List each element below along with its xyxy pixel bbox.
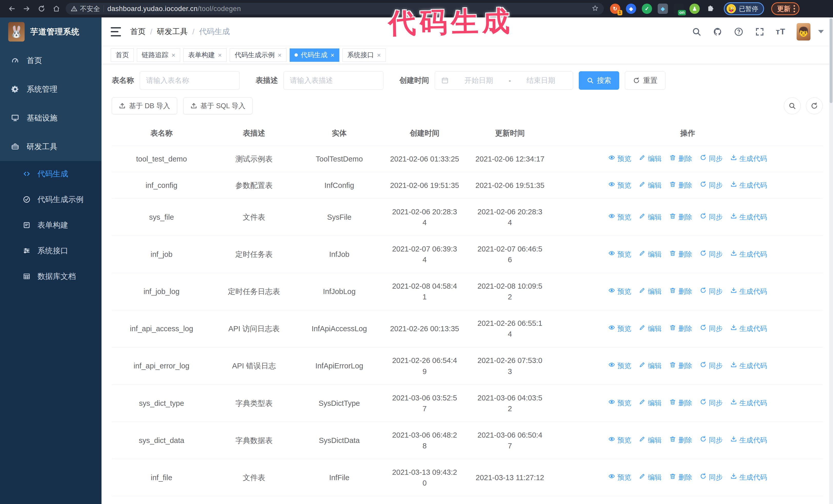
search-icon[interactable] — [692, 27, 701, 37]
sync-action[interactable]: 同步 — [700, 361, 722, 371]
extension-tile-icon[interactable]: ◆ — [658, 4, 668, 14]
import-sql-button[interactable]: 基于 SQL 导入 — [183, 97, 253, 114]
browser-home-icon[interactable] — [51, 3, 62, 14]
delete-action[interactable]: 删除 — [669, 324, 692, 334]
sync-action[interactable]: 同步 — [700, 212, 722, 222]
delete-action[interactable]: 删除 — [669, 435, 692, 445]
delete-action[interactable]: 删除 — [669, 473, 692, 482]
close-icon[interactable]: × — [377, 52, 381, 58]
sidebar-item-代码生成[interactable]: 代码生成 — [0, 161, 101, 187]
delete-action[interactable]: 删除 — [669, 212, 692, 222]
generate-code-action[interactable]: 生成代码 — [730, 361, 767, 371]
preview-action[interactable]: 预览 — [608, 249, 631, 259]
browser-back-icon[interactable] — [6, 3, 18, 14]
github-icon[interactable] — [713, 27, 722, 37]
edit-action[interactable]: 编辑 — [639, 181, 662, 190]
tab-代码生成[interactable]: 代码生成 × — [290, 48, 339, 62]
sidebar-item-代码生成示例[interactable]: 代码生成示例 — [0, 187, 101, 212]
sidebar-item-系统接口[interactable]: 系统接口 — [0, 238, 101, 264]
generate-code-action[interactable]: 生成代码 — [730, 249, 767, 259]
extension-dark-icon[interactable]: on — [673, 4, 684, 14]
sync-action[interactable]: 同步 — [700, 181, 722, 190]
delete-action[interactable]: 删除 — [669, 154, 692, 164]
tab-链路追踪[interactable]: 链路追踪 × — [137, 48, 180, 62]
generate-code-action[interactable]: 生成代码 — [730, 287, 767, 296]
preview-action[interactable]: 预览 — [608, 324, 631, 334]
sidebar-item-表单构建[interactable]: 表单构建 — [0, 212, 101, 238]
delete-action[interactable]: 删除 — [669, 249, 692, 259]
edit-action[interactable]: 编辑 — [639, 212, 662, 222]
end-date-placeholder[interactable]: 结束日期 — [515, 76, 567, 86]
refresh-table-button[interactable] — [806, 97, 823, 114]
edit-action[interactable]: 编辑 — [639, 398, 662, 408]
generate-code-action[interactable]: 生成代码 — [730, 473, 767, 482]
close-icon[interactable]: × — [218, 52, 222, 58]
import-db-button[interactable]: 基于 DB 导入 — [112, 97, 177, 114]
breadcrumb-home[interactable]: 首页 — [130, 26, 146, 37]
edit-action[interactable]: 编辑 — [639, 154, 662, 164]
preview-action[interactable]: 预览 — [608, 361, 631, 371]
preview-action[interactable]: 预览 — [608, 473, 631, 482]
close-icon[interactable]: × — [278, 52, 281, 58]
table-desc-input[interactable] — [284, 71, 383, 90]
tab-表单构建[interactable]: 表单构建 × — [183, 48, 227, 62]
preview-action[interactable]: 预览 — [608, 435, 631, 445]
sidebar-item-基础设施[interactable]: 基础设施 — [0, 103, 101, 132]
browser-menu-icon[interactable] — [793, 5, 795, 12]
generate-code-action[interactable]: 生成代码 — [730, 435, 767, 445]
breadcrumb-devtools[interactable]: 研发工具 — [157, 26, 188, 37]
preview-action[interactable]: 预览 — [608, 154, 631, 164]
font-size-icon[interactable]: ᴛT — [776, 27, 785, 37]
sync-action[interactable]: 同步 — [700, 154, 722, 164]
edit-action[interactable]: 编辑 — [639, 435, 662, 445]
edit-action[interactable]: 编辑 — [639, 249, 662, 259]
fullscreen-icon[interactable] — [755, 27, 765, 37]
sidebar-toggle-icon[interactable] — [111, 27, 121, 37]
generate-code-action[interactable]: 生成代码 — [730, 181, 767, 190]
sync-action[interactable]: 同步 — [700, 324, 722, 334]
app-logo-row[interactable]: 🐰 芋道管理系统 — [0, 18, 101, 46]
sync-action[interactable]: 同步 — [700, 473, 722, 482]
delete-action[interactable]: 删除 — [669, 398, 692, 408]
extension-robot-icon[interactable]: ♟ — [689, 4, 700, 14]
browser-forward-icon[interactable] — [21, 3, 32, 14]
chevron-down-icon[interactable] — [818, 30, 824, 33]
help-icon[interactable] — [734, 27, 743, 37]
delete-action[interactable]: 删除 — [669, 181, 692, 190]
preview-action[interactable]: 预览 — [608, 212, 631, 222]
security-warning[interactable]: 不安全 — [71, 4, 100, 13]
sidebar-item-数据库文档[interactable]: 数据库文档 — [0, 264, 101, 289]
edit-action[interactable]: 编辑 — [639, 287, 662, 296]
toggle-search-button[interactable] — [784, 97, 801, 114]
tab-首页[interactable]: 首页 — [111, 48, 134, 62]
browser-profile-chip[interactable]: 😜 已暂停 — [724, 2, 764, 15]
scrollbar-thumb[interactable] — [830, 19, 832, 103]
generate-code-action[interactable]: 生成代码 — [730, 398, 767, 408]
date-range-picker[interactable]: 开始日期 - 结束日期 — [435, 71, 573, 90]
sync-action[interactable]: 同步 — [700, 398, 722, 408]
extensions-puzzle-icon[interactable] — [705, 4, 716, 14]
preview-action[interactable]: 预览 — [608, 398, 631, 408]
bookmark-star-icon[interactable] — [592, 5, 599, 13]
delete-action[interactable]: 删除 — [669, 287, 692, 296]
preview-action[interactable]: 预览 — [608, 181, 631, 190]
reset-button[interactable]: 重置 — [625, 71, 665, 90]
tab-代码生成示例[interactable]: 代码生成示例 × — [230, 48, 286, 62]
delete-action[interactable]: 删除 — [669, 361, 692, 371]
sync-action[interactable]: 同步 — [700, 249, 722, 259]
scrollbar[interactable] — [829, 18, 833, 504]
search-button[interactable]: 搜索 — [579, 71, 619, 90]
tab-系统接口[interactable]: 系统接口 × — [342, 48, 386, 62]
sidebar-item-研发工具[interactable]: 研发工具 — [0, 132, 101, 161]
browser-reload-icon[interactable] — [36, 3, 47, 14]
generate-code-action[interactable]: 生成代码 — [730, 212, 767, 222]
browser-update-button[interactable]: 更新 — [771, 2, 800, 15]
close-icon[interactable]: × — [171, 52, 175, 58]
table-name-input[interactable] — [140, 71, 240, 90]
sync-action[interactable]: 同步 — [700, 287, 722, 296]
start-date-placeholder[interactable]: 开始日期 — [453, 76, 505, 86]
generate-code-action[interactable]: 生成代码 — [730, 154, 767, 164]
sidebar-item-系统管理[interactable]: 系统管理 — [0, 75, 101, 103]
edit-action[interactable]: 编辑 — [639, 324, 662, 334]
user-avatar[interactable]: 👦 — [796, 23, 810, 41]
